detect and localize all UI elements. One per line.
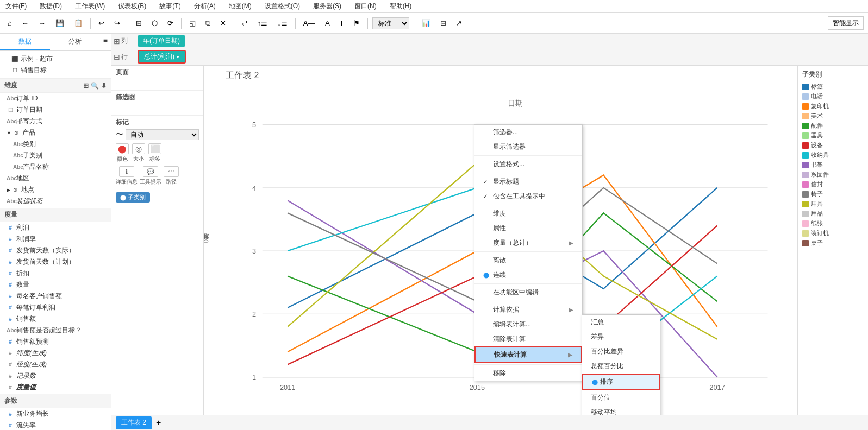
dimension-subcategory[interactable]: Abc 子类别: [0, 150, 111, 161]
legend-item-16[interactable]: 桌子: [802, 239, 864, 247]
measure-longitude[interactable]: # 经度(生成): [0, 359, 111, 370]
dropdown-compute-using[interactable]: 计算依据 ▶: [474, 302, 582, 317]
dimension-ship-status[interactable]: Abc 装运状态: [0, 195, 111, 207]
measure-measure-value[interactable]: # 度量值: [0, 382, 111, 393]
legend-item-3[interactable]: 美术: [802, 112, 864, 120]
sidebar-expand-icon[interactable]: ≡: [100, 34, 111, 50]
legend-item-5[interactable]: 器具: [802, 131, 864, 140]
toolbar-underline[interactable]: A̲: [322, 17, 333, 29]
measure-ship-days-plan[interactable]: # 发货前天数（计划）: [0, 256, 111, 268]
dropdown-filter[interactable]: 筛选器...: [474, 125, 582, 140]
menu-worksheet[interactable]: 工作表(W): [72, 1, 108, 12]
measure-ship-days-actual[interactable]: # 发货前天数（实际）: [0, 245, 111, 256]
toolbar-redo[interactable]: ↪: [111, 17, 123, 29]
legend-item-15[interactable]: 装订机: [802, 229, 864, 237]
marks-subcategory-pill[interactable]: ⬤ 子类别: [116, 192, 150, 203]
marks-type-select[interactable]: 自动: [126, 129, 199, 140]
menu-window[interactable]: 窗口(N): [351, 1, 380, 12]
measure-record-count[interactable]: # 记录数: [0, 370, 111, 382]
dropdown-quick-table-calc[interactable]: 快速表计算 ▶: [474, 346, 582, 363]
submenu-summary[interactable]: 汇总: [582, 315, 660, 330]
toolbar-back[interactable]: ←: [18, 17, 32, 29]
legend-item-4[interactable]: 配件: [802, 122, 864, 130]
datasource-sales-target[interactable]: ☐ 销售目标: [4, 65, 107, 76]
toolbar-show-me[interactable]: 📊: [419, 17, 434, 29]
param-churn-rate[interactable]: # 流失率: [0, 420, 111, 430]
measure-discount[interactable]: # 折扣: [0, 268, 111, 279]
measure-sales-forecast[interactable]: # 销售额预测: [0, 336, 111, 347]
dimensions-grid-icon[interactable]: ⊞: [83, 82, 89, 90]
toolbar-sort-desc[interactable]: ↓⚌: [274, 17, 291, 29]
measure-profit-rate[interactable]: # 利润率: [0, 233, 111, 245]
dropdown-dimension[interactable]: 维度: [474, 206, 582, 221]
submenu-diff[interactable]: 差异: [582, 330, 660, 344]
submenu-pct-diff[interactable]: 百分比差异: [582, 344, 660, 359]
toolbar-new[interactable]: 📋: [71, 17, 86, 29]
legend-item-9[interactable]: 系固件: [802, 170, 864, 179]
menu-server[interactable]: 服务器(S): [310, 1, 345, 12]
legend-item-11[interactable]: 椅子: [802, 190, 864, 198]
dimension-product-group[interactable]: ▼ ⊙ 产品: [0, 127, 111, 138]
submenu-rank[interactable]: ⬤ 排序: [582, 374, 660, 390]
legend-item-14[interactable]: 纸张: [802, 219, 864, 227]
menu-story[interactable]: 故事(T): [156, 1, 184, 12]
measure-sales-per-customer[interactable]: # 每名客户销售额: [0, 290, 111, 302]
toolbar-share[interactable]: ↗: [453, 17, 465, 29]
marks-color-btn[interactable]: ⬤ 颜色: [116, 143, 129, 163]
legend-item-8[interactable]: 书架: [802, 161, 864, 169]
dimension-ship-mode[interactable]: Abc 邮寄方式: [0, 116, 111, 127]
toolbar-connect[interactable]: ⊞: [133, 17, 145, 29]
dimension-region[interactable]: Abc 地区: [0, 173, 111, 184]
marks-tooltip-btn[interactable]: 💬 工具提示: [140, 166, 161, 186]
legend-item-2[interactable]: 复印机: [802, 102, 864, 110]
measure-quantity[interactable]: # 数量: [0, 279, 111, 290]
worksheet-tab[interactable]: 工作表 2: [116, 416, 152, 429]
marks-label-btn[interactable]: ⬜ 标签: [148, 143, 161, 163]
legend-item-0[interactable]: 标签: [802, 83, 864, 91]
legend-item-10[interactable]: 信封: [802, 180, 864, 188]
dimension-category[interactable]: Abc 类别: [0, 138, 111, 150]
col-pill-year[interactable]: 年(订单日期): [138, 35, 185, 47]
measure-sales-exceeds[interactable]: Abc 销售额是否超过目标？: [0, 325, 111, 336]
new-worksheet-button[interactable]: +: [156, 418, 161, 428]
toolbar-undo[interactable]: ↩: [95, 17, 108, 29]
datasource-supermarket[interactable]: ⬛ 示例 - 超市: [4, 53, 107, 65]
dropdown-attribute[interactable]: 属性: [474, 221, 582, 236]
submenu-moving-avg[interactable]: 移动平均: [582, 405, 660, 415]
submenu-pct-total[interactable]: 总额百分比: [582, 359, 660, 374]
legend-item-12[interactable]: 用具: [802, 200, 864, 208]
toolbar-duplicate[interactable]: ⧉: [202, 17, 214, 29]
marks-size-btn[interactable]: ◎ 大小: [132, 143, 145, 163]
smart-display-button[interactable]: 智能显示: [828, 16, 864, 30]
measure-profit-per-order[interactable]: # 每笔订单利润: [0, 302, 111, 313]
dimensions-search-icon[interactable]: 🔍: [91, 82, 99, 90]
measure-sales[interactable]: # 销售额: [0, 313, 111, 325]
dimension-order-id[interactable]: Abc 订单 ID: [0, 93, 111, 104]
dropdown-remove[interactable]: 移除: [474, 366, 582, 381]
row-pill-profit[interactable]: 总计(利润) ▾: [138, 50, 186, 64]
toolbar-save[interactable]: 💾: [52, 17, 67, 29]
toolbar-swap[interactable]: ⇄: [239, 17, 251, 29]
submenu-percentile[interactable]: 百分位: [582, 390, 660, 405]
dropdown-show-title[interactable]: ✓ 显示标题: [474, 174, 582, 189]
toolbar-new-worksheet[interactable]: ◱: [186, 17, 199, 29]
toolbar-home[interactable]: ⌂: [4, 17, 15, 29]
menu-format[interactable]: 设置格式(O): [261, 1, 303, 12]
dimensions-sort-icon[interactable]: ⬇: [101, 82, 107, 90]
menu-dashboard[interactable]: 仪表板(B): [115, 1, 149, 12]
tab-analysis[interactable]: 分析: [50, 34, 100, 50]
menu-help[interactable]: 帮助(H): [386, 1, 415, 12]
legend-item-13[interactable]: 用品: [802, 210, 864, 218]
marks-path-btn[interactable]: 〰 路径: [164, 166, 179, 186]
dropdown-edit-table-calc[interactable]: 编辑表计算...: [474, 317, 582, 332]
menu-file[interactable]: 文件(F): [2, 1, 30, 12]
dropdown-measure[interactable]: 度量（总计） ▶: [474, 236, 582, 250]
toolbar-extract[interactable]: ⬡: [148, 17, 161, 29]
legend-item-6[interactable]: 设备: [802, 141, 864, 149]
menu-analysis[interactable]: 分析(A): [191, 1, 219, 12]
dropdown-clear-table-calc[interactable]: 清除表计算: [474, 332, 582, 346]
dropdown-discrete[interactable]: 离散: [474, 253, 582, 268]
toolbar-text[interactable]: T: [336, 17, 347, 29]
dropdown-edit-shelf[interactable]: 在功能区中编辑: [474, 285, 582, 300]
toolbar-refresh[interactable]: ⟳: [164, 17, 177, 29]
